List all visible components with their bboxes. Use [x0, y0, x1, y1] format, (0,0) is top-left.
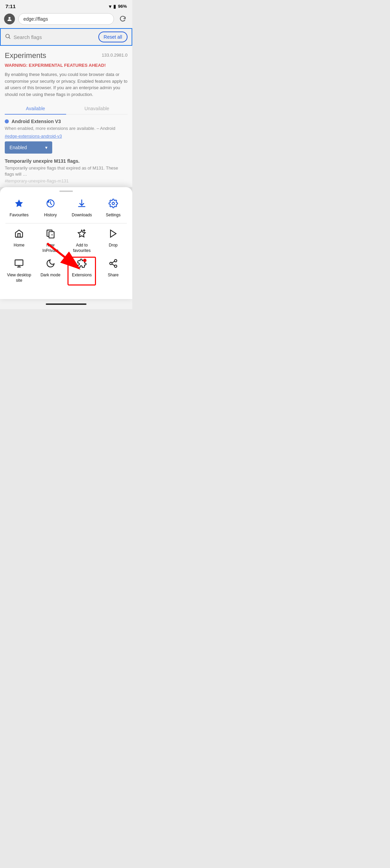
- flag-name-1: Android Extension V3: [12, 119, 61, 124]
- reset-all-button[interactable]: Reset all: [98, 32, 128, 42]
- menu-item-extensions[interactable]: Extensions: [70, 259, 94, 283]
- add-favourites-icon: [77, 229, 86, 241]
- favourites-label: Favourites: [9, 213, 28, 218]
- profile-avatar[interactable]: [4, 14, 15, 24]
- menu-item-dark-mode[interactable]: Dark mode: [38, 259, 63, 283]
- wifi-icon: ▾: [109, 4, 111, 9]
- add-favourites-label: Add tofavourites: [73, 243, 91, 253]
- flag-link-1[interactable]: #edge-extensions-android-v3: [5, 134, 128, 139]
- menu-row-1: Favourites History Downloads: [0, 199, 132, 223]
- svg-marker-3: [15, 199, 23, 207]
- menu-item-history[interactable]: History: [38, 199, 63, 218]
- svg-rect-14: [15, 260, 23, 265]
- flag-dropdown-value-1: Enabled: [9, 145, 27, 150]
- menu-item-desktop-site[interactable]: View desktopsite: [7, 259, 31, 283]
- search-bar-container: Search flags Reset all: [0, 28, 132, 46]
- flag-dropdown-1[interactable]: Enabled ▾: [5, 141, 52, 154]
- menu-item-drop[interactable]: Drop: [101, 229, 125, 253]
- battery-percent: 96%: [118, 4, 127, 9]
- sheet-handle: [59, 191, 73, 192]
- menu-item-downloads[interactable]: Downloads: [70, 199, 94, 218]
- bottom-sheet: Favourites History Downloads: [0, 187, 132, 299]
- search-bar[interactable]: Search flags: [5, 33, 95, 41]
- extensions-icon-wrap: [77, 259, 86, 271]
- search-icon: [5, 33, 11, 41]
- menu-item-home[interactable]: Home: [7, 229, 31, 253]
- history-icon: [46, 199, 55, 211]
- dark-mode-icon: [46, 259, 55, 271]
- drop-icon: [109, 229, 118, 241]
- reload-button[interactable]: [117, 14, 128, 24]
- svg-point-5: [112, 202, 114, 204]
- tab-available[interactable]: Available: [5, 102, 66, 115]
- tabs-row: Available Unavailable: [5, 102, 128, 115]
- favourites-icon: [14, 199, 24, 211]
- menu-item-add-favourites[interactable]: Add tofavourites: [70, 229, 94, 253]
- desktop-site-icon: [14, 259, 24, 271]
- experiments-header: Experiments 133.0.2981.0: [5, 51, 128, 60]
- flag-item-android-extension: Android Extension V3 When enabled, more …: [5, 119, 128, 154]
- menu-row-2: Home + NewInPrivate Add tofa: [0, 229, 132, 259]
- warning-text: WARNING: EXPERIMENTAL FEATURES AHEAD!: [5, 63, 128, 68]
- svg-line-2: [9, 37, 10, 38]
- flag-desc-1: When enabled, more extensions are availa…: [5, 125, 128, 132]
- page-content: Search flags Reset all Experiments 133.0…: [0, 28, 132, 187]
- flag-title-1: Android Extension V3: [5, 119, 128, 124]
- status-time: 7:11: [5, 3, 16, 9]
- flag-item-m131: Temporarily unexpire M131 flags. Tempora…: [5, 158, 128, 183]
- downloads-label: Downloads: [72, 213, 92, 218]
- dark-mode-label: Dark mode: [40, 273, 60, 278]
- svg-marker-13: [111, 230, 116, 237]
- menu-row-3: View desktopsite Dark mode Extensions: [0, 259, 132, 289]
- url-bar[interactable]: edge://flags: [18, 13, 114, 25]
- flag-dot-1: [5, 119, 9, 123]
- home-label: Home: [14, 243, 24, 248]
- flag-desc-2: Temporarily unexpire flags that expired …: [5, 165, 128, 177]
- tab-unavailable[interactable]: Unavailable: [66, 102, 128, 114]
- svg-line-20: [112, 264, 115, 266]
- svg-line-21: [112, 261, 115, 263]
- flag-hash-2: #temporary-unexpire-flags-m131: [5, 178, 69, 183]
- description-text: By enabling these features, you could lo…: [5, 71, 128, 98]
- menu-divider-1: [5, 223, 127, 223]
- downloads-icon: [77, 199, 86, 211]
- menu-item-favourites[interactable]: Favourites: [7, 199, 31, 218]
- battery-icon: ▮: [113, 4, 116, 9]
- history-label: History: [44, 213, 57, 218]
- menu-item-new-inprivate[interactable]: + NewInPrivate: [38, 229, 63, 253]
- drop-label: Drop: [109, 243, 118, 248]
- settings-label: Settings: [106, 213, 120, 218]
- menu-item-settings[interactable]: Settings: [101, 199, 125, 218]
- svg-text:+: +: [51, 233, 53, 237]
- svg-point-0: [8, 17, 11, 19]
- home-indicator: [46, 303, 86, 305]
- new-inprivate-icon: +: [46, 229, 55, 241]
- home-icon: [14, 229, 24, 241]
- new-inprivate-label: NewInPrivate: [42, 243, 58, 253]
- browser-chrome: edge://flags: [0, 11, 132, 28]
- status-bar: 7:11 ▾ ▮ 96%: [0, 0, 132, 11]
- experiments-content: Experiments 133.0.2981.0 WARNING: EXPERI…: [0, 46, 132, 187]
- share-icon: [109, 259, 118, 271]
- desktop-site-label: View desktopsite: [7, 273, 31, 283]
- dropdown-arrow-1: ▾: [45, 145, 47, 150]
- share-label: Share: [108, 273, 119, 278]
- version-text: 133.0.2981.0: [102, 53, 128, 58]
- experiments-title: Experiments: [5, 51, 46, 60]
- search-input-placeholder: Search flags: [14, 34, 42, 40]
- bottom-nav: [0, 299, 132, 309]
- extensions-label: Extensions: [72, 273, 92, 278]
- status-icons: ▾ ▮ 96%: [109, 4, 127, 9]
- flag-title-2: Temporarily unexpire M131 flags.: [5, 158, 128, 164]
- menu-item-share[interactable]: Share: [101, 259, 125, 283]
- settings-icon: [109, 199, 118, 211]
